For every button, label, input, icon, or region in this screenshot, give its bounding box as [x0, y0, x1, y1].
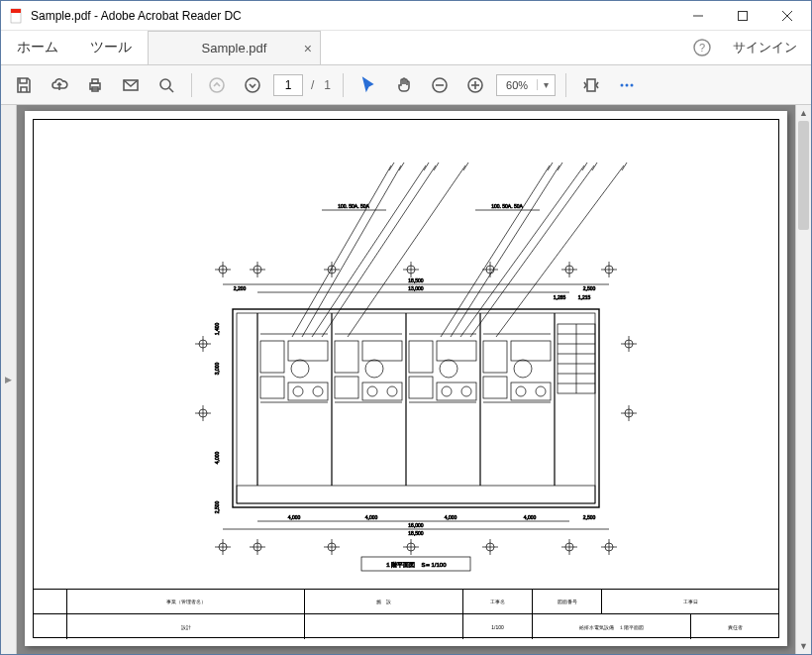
chevron-down-icon: ▾ — [537, 79, 555, 90]
svg-text:1,400: 1,400 — [214, 323, 220, 336]
svg-text:16,000: 16,000 — [408, 522, 424, 528]
zoom-value: 60% — [497, 79, 537, 91]
pdf-page: 18,500 13,000 2,200 2,500 1,285 1,215 4,… — [25, 111, 787, 646]
svg-rect-102 — [237, 486, 595, 503]
more-tools-icon[interactable] — [612, 70, 642, 100]
svg-rect-9 — [92, 79, 98, 83]
svg-text:1,285: 1,285 — [554, 294, 566, 300]
table-row: 設計 1/100 給排水電気設備 １階平面図 責任者 — [33, 614, 779, 639]
svg-point-24 — [631, 83, 634, 86]
save-icon[interactable] — [9, 70, 39, 100]
close-tab-icon[interactable]: × — [304, 41, 312, 56]
svg-line-129 — [348, 165, 465, 337]
cloud-upload-icon[interactable] — [45, 70, 74, 100]
svg-text:4,000: 4,000 — [365, 514, 378, 520]
floor-plan-drawing: 18,500 13,000 2,200 2,500 1,285 1,215 4,… — [25, 111, 787, 646]
page-separator: / — [309, 78, 316, 92]
zoom-dropdown[interactable]: 60% ▾ — [496, 74, 556, 96]
close-button[interactable] — [764, 1, 809, 30]
left-panel-toggle[interactable]: ▶ — [1, 105, 17, 654]
scroll-down-icon[interactable]: ▼ — [796, 638, 811, 654]
tab-document-label: Sample.pdf — [202, 41, 267, 55]
tab-tools[interactable]: ツール — [74, 31, 148, 64]
svg-line-125 — [292, 165, 391, 337]
svg-point-111 — [291, 360, 309, 378]
tab-bar: ホーム ツール Sample.pdf × ? サインイン — [1, 31, 811, 65]
svg-rect-108 — [260, 341, 284, 373]
svg-point-113 — [293, 386, 303, 396]
svg-line-126 — [302, 165, 401, 337]
toolbar: / 1 60% ▾ — [1, 65, 811, 105]
svg-text:4,000: 4,000 — [214, 452, 220, 465]
svg-point-114 — [313, 386, 323, 396]
svg-line-132 — [441, 165, 550, 337]
svg-line-135 — [470, 165, 594, 337]
email-icon[interactable] — [116, 70, 146, 100]
svg-text:2,200: 2,200 — [234, 285, 247, 291]
svg-text:?: ? — [699, 42, 705, 54]
select-tool-icon[interactable] — [354, 70, 383, 100]
print-icon[interactable] — [80, 70, 110, 100]
maximize-button[interactable] — [720, 1, 764, 30]
document-viewer[interactable]: 18,500 13,000 2,200 2,500 1,285 1,215 4,… — [17, 105, 795, 654]
svg-text:4,000: 4,000 — [445, 514, 457, 520]
scroll-thumb[interactable] — [798, 121, 809, 230]
search-icon[interactable] — [152, 70, 181, 100]
tab-home[interactable]: ホーム — [1, 31, 74, 64]
svg-text:4,000: 4,000 — [524, 514, 537, 520]
svg-text:4,000: 4,000 — [288, 514, 301, 520]
tab-document[interactable]: Sample.pdf × — [148, 31, 321, 64]
svg-text:18,500: 18,500 — [408, 530, 424, 536]
page-up-icon[interactable] — [202, 70, 232, 100]
svg-point-23 — [626, 83, 629, 86]
svg-text:2,500: 2,500 — [583, 514, 596, 520]
minimize-button[interactable] — [675, 1, 720, 30]
svg-text:13,000: 13,000 — [408, 285, 424, 291]
svg-rect-1 — [11, 9, 21, 13]
sign-in-button[interactable]: サインイン — [719, 31, 811, 64]
svg-line-128 — [322, 165, 436, 337]
svg-line-136 — [496, 165, 624, 337]
svg-rect-21 — [587, 79, 595, 91]
svg-rect-100 — [233, 309, 599, 507]
svg-text:3,000: 3,000 — [214, 363, 220, 376]
page-number-input[interactable] — [273, 74, 303, 96]
svg-text:１階平面図　S＝1/100: １階平面図 S＝1/100 — [385, 562, 447, 568]
zoom-in-icon[interactable] — [460, 70, 490, 100]
svg-text:1,215: 1,215 — [578, 294, 591, 300]
table-row: 事業（管理者名） 施 設 工事名 図面番号 工事日 — [33, 590, 779, 614]
svg-line-13 — [169, 88, 173, 92]
svg-line-127 — [312, 165, 426, 337]
svg-text:2,500: 2,500 — [214, 501, 220, 514]
svg-rect-109 — [260, 377, 284, 398]
chevron-right-icon: ▶ — [5, 375, 12, 384]
window-title: Sample.pdf - Adobe Acrobat Reader DC — [31, 9, 675, 23]
svg-point-22 — [621, 83, 624, 86]
app-icon — [9, 8, 25, 24]
page-total: 1 — [322, 78, 333, 92]
svg-rect-101 — [237, 313, 595, 503]
vertical-scrollbar[interactable]: ▲ ▼ — [795, 105, 811, 654]
svg-rect-110 — [288, 341, 328, 361]
svg-rect-3 — [738, 11, 747, 20]
title-bar: Sample.pdf - Adobe Acrobat Reader DC — [1, 1, 811, 31]
svg-point-12 — [160, 79, 170, 89]
help-button[interactable]: ? — [685, 31, 719, 64]
svg-line-133 — [451, 165, 559, 337]
page-down-icon[interactable] — [238, 70, 267, 100]
fit-width-icon[interactable] — [576, 70, 606, 100]
content-area: ▶ — [1, 105, 811, 654]
svg-text:2,500: 2,500 — [583, 285, 596, 291]
svg-text:100. 50A. 50A: 100. 50A. 50A — [491, 203, 523, 209]
zoom-out-icon[interactable] — [425, 70, 455, 100]
svg-point-14 — [210, 78, 224, 92]
hand-tool-icon[interactable] — [389, 70, 419, 100]
svg-text:18,500: 18,500 — [408, 277, 424, 283]
svg-rect-112 — [288, 382, 328, 400]
svg-text:100. 50A. 50A: 100. 50A. 50A — [338, 203, 369, 209]
svg-point-15 — [246, 78, 259, 92]
svg-line-134 — [460, 165, 584, 337]
title-block: 事業（管理者名） 施 設 工事名 図面番号 工事日 設計 1/100 給排水電気… — [33, 589, 779, 638]
scroll-up-icon[interactable]: ▲ — [796, 105, 811, 121]
